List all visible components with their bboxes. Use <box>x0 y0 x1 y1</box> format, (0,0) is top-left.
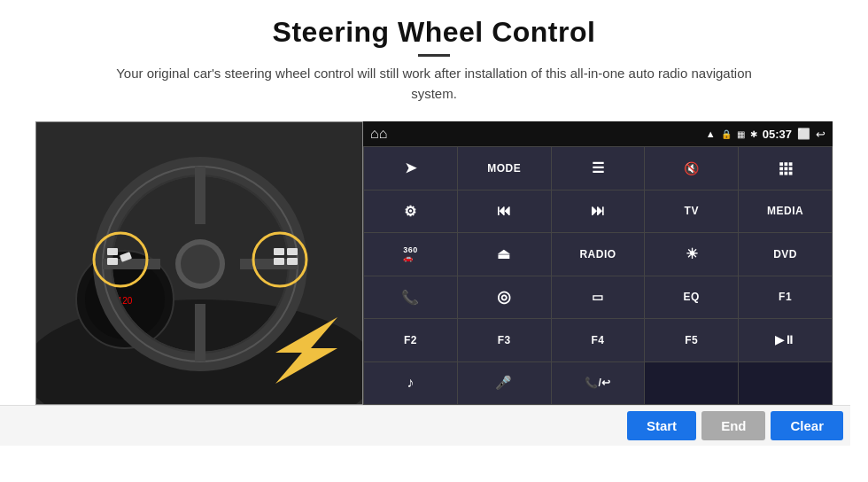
brightness-icon: ☀ <box>686 245 699 262</box>
svg-rect-32 <box>788 172 792 175</box>
apps-icon <box>778 160 794 176</box>
list-icon: ☰ <box>592 159 605 176</box>
start-button[interactable]: Start <box>627 411 696 440</box>
btn-media[interactable]: MEDIA <box>739 190 832 233</box>
end-button[interactable]: End <box>701 411 765 440</box>
phonecall-icon: 📞/↩ <box>585 377 611 389</box>
steering-wheel-area: 120 <box>35 121 363 405</box>
button-grid: ➤ MODE ☰ 🔇 ⚙ ⏮ <box>363 146 833 405</box>
svg-rect-22 <box>287 258 298 265</box>
page-container: Steering Wheel Control Your original car… <box>0 0 868 482</box>
btn-next[interactable]: ⏭ <box>552 190 645 233</box>
btn-apps[interactable] <box>739 147 832 190</box>
radio-label: RADIO <box>579 248 616 260</box>
music-icon: ♪ <box>407 375 415 391</box>
btn-f5[interactable]: F5 <box>645 319 738 362</box>
content-area: 120 <box>35 121 833 405</box>
status-right: ▲ 🔒 ▦ ✱ 05:37 ⬜ ↩ <box>706 128 825 141</box>
svg-rect-26 <box>788 162 792 166</box>
next-icon: ⏭ <box>591 203 606 219</box>
svg-point-13 <box>181 245 220 284</box>
btn-settings[interactable]: ⚙ <box>364 190 457 233</box>
btn-phonecall[interactable]: 📞/↩ <box>552 362 645 405</box>
maps-icon: ◎ <box>497 287 512 307</box>
status-left: ⌂ <box>370 126 387 142</box>
svg-rect-24 <box>779 162 783 166</box>
btn-playpause[interactable]: ▶⏸ <box>739 319 832 362</box>
f3-label: F3 <box>498 334 511 346</box>
mode-label: MODE <box>487 162 521 175</box>
back-icon: ↩ <box>816 128 825 141</box>
steering-wheel-svg: 120 <box>36 122 362 404</box>
btn-music[interactable]: ♪ <box>364 362 457 405</box>
sw-container: 120 <box>36 122 362 404</box>
svg-rect-29 <box>788 167 792 170</box>
bluetooth-icon: ✱ <box>750 129 757 139</box>
svg-rect-17 <box>107 258 118 265</box>
settings-icon: ⚙ <box>404 203 417 220</box>
btn-radio[interactable]: RADIO <box>552 233 645 276</box>
title-divider <box>418 54 450 57</box>
f1-label: F1 <box>779 291 792 303</box>
svg-rect-16 <box>107 248 118 255</box>
svg-rect-25 <box>784 162 787 166</box>
btn-mic[interactable]: 🎤 <box>458 362 551 405</box>
btn-tv[interactable]: TV <box>645 190 738 233</box>
btn-eq[interactable]: EQ <box>645 276 738 319</box>
btn-mode[interactable]: MODE <box>458 147 551 190</box>
btn-f1[interactable]: F1 <box>739 276 832 319</box>
control-panel: ⌂ ▲ 🔒 ▦ ✱ 05:37 ⬜ ↩ ➤ MO <box>363 121 833 405</box>
btn-f4[interactable]: F4 <box>552 319 645 362</box>
btn-list[interactable]: ☰ <box>552 147 645 190</box>
btn-prev[interactable]: ⏮ <box>458 190 551 233</box>
aspect-icon: ▭ <box>592 290 604 304</box>
eject-icon: ⏏ <box>497 245 511 262</box>
btn-f3[interactable]: F3 <box>458 319 551 362</box>
prev-icon: ⏮ <box>497 203 512 219</box>
svg-rect-31 <box>784 172 787 175</box>
title-section: Steering Wheel Control Your original car… <box>97 16 771 104</box>
media-label: MEDIA <box>767 205 803 217</box>
btn-aspect[interactable]: ▭ <box>552 276 645 319</box>
action-bar: Start End Clear <box>0 405 850 446</box>
svg-rect-20 <box>274 258 284 265</box>
home-icon: ⌂ <box>370 126 387 142</box>
btn-maps[interactable]: ◎ <box>458 276 551 319</box>
status-bar: ⌂ ▲ 🔒 ▦ ✱ 05:37 ⬜ ↩ <box>363 121 833 146</box>
time-display: 05:37 <box>763 128 792 141</box>
f2-label: F2 <box>404 334 417 346</box>
btn-mute[interactable]: 🔇 <box>645 147 738 190</box>
btn-f2[interactable]: F2 <box>364 319 457 362</box>
btn-navigate[interactable]: ➤ <box>364 147 457 190</box>
svg-rect-27 <box>779 167 783 170</box>
btn-dvd[interactable]: DVD <box>739 233 832 276</box>
lock-icon: 🔒 <box>721 129 732 139</box>
f4-label: F4 <box>591 334 604 346</box>
svg-rect-19 <box>274 248 284 255</box>
subtitle: Your original car's steering wheel contr… <box>97 64 771 104</box>
btn-brightness[interactable]: ☀ <box>645 233 738 276</box>
eq-label: EQ <box>684 291 700 303</box>
clear-button[interactable]: Clear <box>771 411 843 440</box>
svg-rect-30 <box>779 172 783 175</box>
btn-eject[interactable]: ⏏ <box>458 233 551 276</box>
btn-empty2 <box>739 362 832 405</box>
sim-icon: ▦ <box>737 129 745 139</box>
btn-360cam[interactable]: 360🚗 <box>364 233 457 276</box>
mic-icon: 🎤 <box>495 375 513 391</box>
wifi-icon: ▲ <box>706 128 716 139</box>
screen-icon: ⬜ <box>797 128 810 140</box>
phone-icon: 📞 <box>401 289 420 306</box>
btn-phone[interactable]: 📞 <box>364 276 457 319</box>
svg-rect-28 <box>784 167 787 170</box>
dvd-label: DVD <box>773 248 797 260</box>
playpause-icon: ▶⏸ <box>775 333 796 346</box>
page-title: Steering Wheel Control <box>97 16 771 49</box>
svg-rect-21 <box>287 248 298 255</box>
tv-label: TV <box>685 205 699 217</box>
mute-icon: 🔇 <box>684 161 700 175</box>
navigate-icon: ➤ <box>405 159 417 176</box>
btn-empty1 <box>645 362 738 405</box>
f5-label: F5 <box>685 334 698 346</box>
360cam-icon: 360🚗 <box>403 246 418 262</box>
